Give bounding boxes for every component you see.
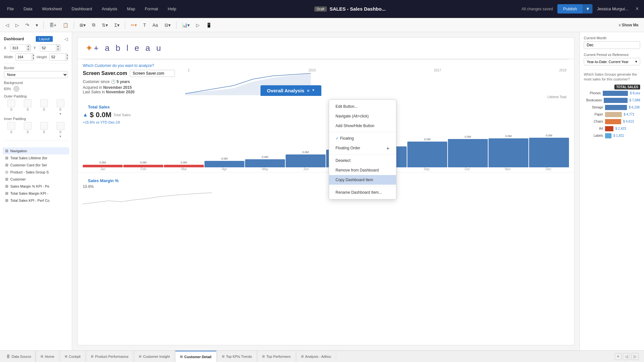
workbook-title: SALES - Sales Dashbo... bbox=[329, 6, 385, 12]
x-stepper[interactable]: ▲ ▼ bbox=[26, 45, 31, 51]
x-up[interactable]: ▲ bbox=[26, 45, 31, 48]
canvas: ✦ + a b l e a u Which Customer do you wa… bbox=[72, 37, 580, 350]
pad-bottom-val: 0 bbox=[43, 108, 45, 111]
period-filter-value: Year-to-Date: Current Year bbox=[587, 60, 629, 64]
popup-arrow-icon[interactable]: ▼ bbox=[311, 88, 315, 93]
height-down[interactable]: ▼ bbox=[65, 57, 68, 60]
show-me-button[interactable]: ≡ Show Me bbox=[616, 21, 641, 29]
border-select[interactable]: None bbox=[4, 71, 68, 78]
x-input-wrap[interactable]: ▲ ▼ bbox=[10, 44, 31, 51]
tab-home[interactable]: ⊞Home bbox=[36, 351, 59, 362]
y-stepper[interactable]: ▲ ▼ bbox=[56, 45, 60, 51]
add-sheet-button[interactable]: ⊞▾ bbox=[77, 21, 88, 29]
nav-item-navigation[interactable]: ⊞ Navigation bbox=[3, 147, 69, 154]
nav-product-icon: ⊙ bbox=[5, 170, 8, 174]
menu-map[interactable]: Map bbox=[125, 5, 137, 13]
width-up[interactable]: ▲ bbox=[31, 54, 34, 57]
y-input[interactable] bbox=[40, 45, 56, 51]
menu-analysis[interactable]: Analysis bbox=[100, 5, 119, 13]
y-input-wrap[interactable]: ▲ ▼ bbox=[40, 44, 61, 51]
nav-item-total-kpi[interactable]: ⊞ Total Sales KPI - Perf Co bbox=[3, 197, 69, 204]
tab-cockpit[interactable]: ⊞Cockpit bbox=[60, 351, 86, 362]
x-input[interactable] bbox=[11, 45, 26, 51]
show-me-label: Show Me bbox=[622, 23, 639, 27]
height-input[interactable] bbox=[50, 54, 65, 60]
sheet-icon: ⊞ bbox=[301, 355, 304, 358]
ctx-copy[interactable]: Copy Dashboard Item bbox=[329, 175, 396, 185]
menu-file[interactable]: File bbox=[5, 5, 16, 13]
x-down[interactable]: ▼ bbox=[26, 48, 31, 51]
y-up[interactable]: ▲ bbox=[56, 45, 60, 48]
ctx-rename[interactable]: Rename Dashboard Item... bbox=[329, 188, 396, 197]
ctx-edit-button[interactable]: Edit Button... bbox=[329, 102, 396, 111]
menu-dashboard[interactable]: Dashboard bbox=[70, 5, 94, 13]
tab-product-performance[interactable]: ⊞Product Performance bbox=[86, 351, 133, 362]
nav-item-customer-card[interactable]: ⊞ Customer Card (for Sel bbox=[3, 162, 69, 169]
y-down[interactable]: ▼ bbox=[56, 48, 60, 51]
label-button[interactable]: T bbox=[141, 21, 148, 29]
new-datasource-button[interactable]: 🗄+ bbox=[47, 21, 59, 29]
collapse-button[interactable]: ◁ bbox=[64, 36, 68, 42]
ctx-deselect[interactable]: Deselect bbox=[329, 156, 396, 165]
user-menu[interactable]: Jessica Murgui... bbox=[597, 6, 629, 11]
format-button[interactable]: Aa bbox=[150, 21, 160, 29]
menu-data[interactable]: Data bbox=[22, 5, 34, 13]
tab-label: Product Performance bbox=[95, 355, 128, 358]
dashboard-header: Dashboard Layout ◁ bbox=[4, 36, 68, 42]
ctx-remove[interactable]: Remove from Dashboard bbox=[329, 165, 396, 175]
nav-item-total-margin[interactable]: ⊞ Total Sales Margin KPI - bbox=[3, 190, 69, 197]
new-sheet-button[interactable]: + bbox=[615, 353, 621, 360]
redo-button[interactable]: ↷ bbox=[23, 21, 32, 29]
tab-scroll-right[interactable]: ▷ bbox=[631, 353, 639, 360]
tab-customer-detail[interactable]: ⊞Customer Detail bbox=[175, 351, 216, 362]
context-menu-overlay[interactable]: Overall Analysis × ▼ Edit Button... Navi… bbox=[78, 38, 574, 345]
ctx-floating-order[interactable]: Floating Order ▶ bbox=[329, 143, 396, 153]
chart-type-button[interactable]: 📊▾ bbox=[180, 21, 192, 29]
menu-help[interactable]: Help bbox=[166, 5, 178, 13]
bg-color-picker[interactable] bbox=[14, 86, 19, 92]
redo-dropdown[interactable]: ▾ bbox=[33, 21, 40, 29]
menu-format[interactable]: Format bbox=[143, 5, 160, 13]
width-input-wrap[interactable]: ▲ ▼ bbox=[15, 53, 34, 60]
sort-button[interactable]: ⇅▾ bbox=[99, 21, 110, 29]
menu-worksheet[interactable]: Worksheet bbox=[40, 5, 64, 13]
ctx-floating[interactable]: Floating bbox=[329, 134, 396, 143]
back-button[interactable]: ◁ bbox=[3, 21, 11, 29]
tab-scroll-left[interactable]: ◁ bbox=[623, 353, 630, 360]
height-input-wrap[interactable]: ▲ ▼ bbox=[49, 53, 68, 60]
publish-dropdown-button[interactable]: ▼ bbox=[583, 4, 592, 14]
popup-close-icon[interactable]: × bbox=[307, 88, 309, 93]
month-filter-value[interactable]: Dec bbox=[584, 41, 640, 49]
present-button[interactable]: ▷ bbox=[194, 21, 202, 29]
width-down[interactable]: ▼ bbox=[31, 57, 34, 60]
data-source-tab[interactable]: 🗄 Data Source bbox=[3, 351, 35, 362]
width-input[interactable] bbox=[16, 54, 31, 60]
close-button[interactable]: × bbox=[635, 5, 639, 12]
width-stepper[interactable]: ▲ ▼ bbox=[31, 54, 34, 60]
forward-button[interactable]: ▷ bbox=[13, 21, 21, 29]
filter-button[interactable]: ⧉ bbox=[90, 21, 98, 29]
nav-item-customer[interactable]: ⊞ Customer bbox=[3, 176, 69, 183]
publish-button[interactable]: Publish bbox=[557, 4, 583, 14]
nav-item-sales-margin[interactable]: ⊞ Sales Margin % KPI - Pe bbox=[3, 183, 69, 190]
aggregate-button[interactable]: Σ▾ bbox=[112, 21, 122, 29]
tab-analysis---adhoc[interactable]: ⊞Analysis - Adhoc bbox=[296, 351, 336, 362]
overall-analysis-button[interactable]: Overall Analysis × ▼ bbox=[260, 85, 321, 96]
device-button[interactable]: 📱 bbox=[204, 21, 214, 29]
tab-customer-insight[interactable]: ⊞Customer Insight bbox=[134, 351, 175, 362]
nav-sales-margin-label: Sales Margin % KPI - Pe bbox=[10, 184, 49, 188]
nav-item-total-sales[interactable]: ⊞ Total Sales Lifetime (for bbox=[3, 154, 69, 162]
nav-item-product[interactable]: ⊙ Product - Sales Group S bbox=[3, 169, 69, 176]
height-up[interactable]: ▲ bbox=[65, 54, 68, 57]
ctx-add-show-hide[interactable]: Add Show/Hide Button bbox=[329, 121, 396, 131]
period-filter-dropdown[interactable]: Year-to-Date: Current Year ▾ bbox=[584, 58, 640, 65]
marks-button[interactable]: ✏▾ bbox=[128, 21, 139, 29]
ctx-navigate[interactable]: Navigate (Alt+click) bbox=[329, 111, 396, 121]
sheet-icon: ⊞ bbox=[222, 355, 224, 358]
tab-top-performers[interactable]: ⊞Top Performers bbox=[257, 351, 295, 362]
height-stepper[interactable]: ▲ ▼ bbox=[65, 54, 68, 60]
paste-button[interactable]: 📋 bbox=[61, 21, 71, 29]
container-button[interactable]: ⊟▾ bbox=[162, 21, 173, 29]
layout-button[interactable]: Layout bbox=[36, 36, 53, 42]
tab-top-kpis-trends[interactable]: ⊞Top KPIs Trends bbox=[217, 351, 257, 362]
